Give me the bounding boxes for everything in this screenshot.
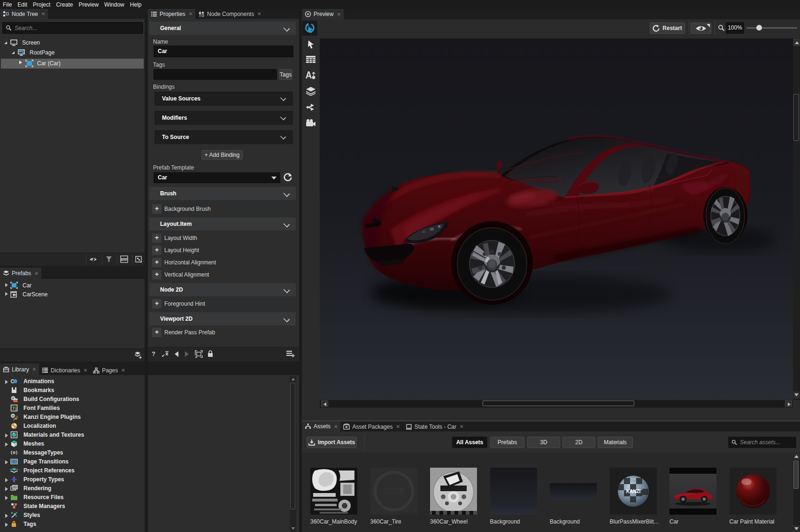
svg-text:KANZI: KANZI [626,489,640,494]
svg-text:TOP: TOP [631,478,636,480]
svg-text:T: T [15,407,17,411]
